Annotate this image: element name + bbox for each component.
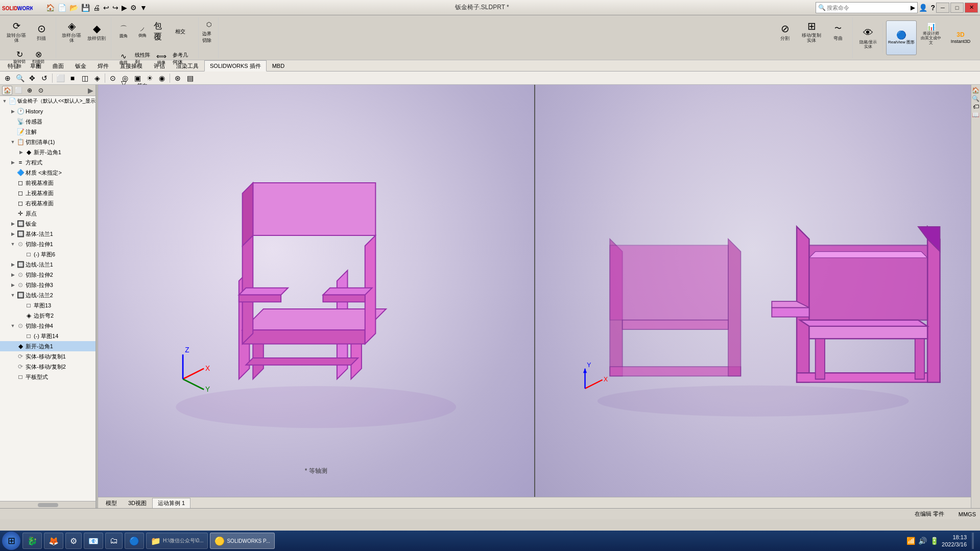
section-view-button[interactable]: ⊙ — [107, 73, 118, 83]
taskbar-btn-dragon[interactable]: 🐉 — [22, 533, 42, 549]
tree-item-edge-fold[interactable]: ◈ 边折弯2 — [0, 310, 95, 321]
new-icon[interactable]: 📄 — [57, 3, 67, 13]
minimize-button[interactable]: ─ — [936, 3, 949, 13]
tree-item-right-plane[interactable]: ◻ 右视基准面 — [0, 198, 95, 208]
tree-toggle-equation[interactable]: ▶ — [9, 159, 16, 166]
right-panel-home-icon[interactable]: 🏠 — [972, 87, 979, 94]
scrollbar-thumb[interactable] — [38, 503, 58, 507]
taskbar-btn-files[interactable]: 🗂 — [105, 533, 123, 549]
tree-item-sketch14[interactable]: □ (-) 草图14 — [0, 331, 95, 341]
pan-button[interactable]: ✥ — [27, 73, 38, 83]
tree-toggle-cutlist[interactable]: ▼ — [9, 138, 16, 146]
tree-item-cut-extrude1[interactable]: ▼ ⊙ 切除-拉伸1 — [0, 239, 95, 249]
tray-show-desktop-icon[interactable] — [972, 533, 974, 549]
taskbar-btn-folder[interactable]: 📁 H:\微信公众号\0... — [146, 533, 208, 549]
wireframe-button[interactable]: ⬜ — [55, 73, 66, 83]
tree-item-edge-flange2[interactable]: ▼ 🔲 边线-法兰2 — [0, 290, 95, 300]
search-bar[interactable]: 🔍 ▶ — [816, 2, 918, 13]
settings-icon[interactable]: ⚙ — [129, 3, 138, 13]
combine-button[interactable]: ⊞ 移动/复制 实体 — [799, 18, 824, 45]
panel-expand-button[interactable]: ▶ — [88, 86, 93, 94]
split-button[interactable]: ⊘ 分割 — [773, 18, 797, 45]
tree-item-root[interactable]: ▼ 📄 钣金椅子（默认人<<默认人>_显示状态 1>） — [0, 96, 95, 106]
taskbar-btn-browser[interactable]: 🦊 — [44, 533, 63, 549]
tree-item-flat-pattern[interactable]: □ 平板型式 — [0, 372, 95, 382]
panel-tab-dimxpert[interactable]: ⊙ — [36, 86, 46, 95]
zoom-fit-button[interactable]: ⊕ — [2, 73, 13, 83]
home-icon[interactable]: 🏠 — [45, 3, 56, 13]
tree-toggle-cut-extrude3[interactable]: ▶ — [9, 281, 16, 289]
tab-render[interactable]: 渲染工具 — [171, 60, 204, 71]
bottom-tab-model[interactable]: 模型 — [100, 498, 123, 508]
tree-item-annotation[interactable]: 📝 注解 — [0, 127, 95, 137]
loft-cut-button[interactable]: ◆ 放样切割 — [84, 18, 109, 45]
tree-toggle-cut-extrude1[interactable]: ▼ — [9, 241, 16, 248]
panel-tab-feature-tree[interactable]: 🏠 — [2, 86, 12, 95]
loft-base-button[interactable]: ◈ 放样台/基体 — [59, 18, 84, 45]
wrap-button[interactable]: 包覆 — [152, 18, 171, 45]
tray-network-icon[interactable]: 📶 — [906, 537, 915, 545]
tree-item-sketch13[interactable]: □ 草图13 — [0, 300, 95, 310]
boundary-cut-button[interactable]: 边界切除 — [202, 31, 216, 43]
left-panel-scrollbar[interactable] — [0, 501, 95, 508]
tree-toggle-sheetmetal[interactable]: ▶ — [9, 220, 16, 227]
chamfer-button[interactable]: ⟋ 倒角 — [133, 18, 152, 45]
taskbar-start-button[interactable]: ⊞ — [2, 532, 20, 550]
boundary-boss-button[interactable]: ⬡ — [202, 18, 216, 31]
bottom-tab-3dview[interactable]: 3D视图 — [123, 498, 152, 508]
appearance-button[interactable]: ◉ — [156, 73, 168, 83]
tree-item-origin[interactable]: ✛ 原点 — [0, 208, 95, 219]
tree-item-material[interactable]: 🔷 材质 <未指定> — [0, 167, 95, 178]
hide-show-button[interactable]: 👁 隐藏/显示 实体 — [856, 25, 880, 51]
tab-weldment[interactable]: 焊件 — [92, 60, 114, 71]
scene-button[interactable]: ▤ — [184, 73, 196, 83]
maximize-button[interactable]: □ — [950, 3, 964, 13]
tab-mbd[interactable]: MBD — [267, 60, 290, 71]
view-orientation-button[interactable]: ◎ — [119, 73, 131, 83]
design-study-button[interactable]: 📊 将设计师 由英文成中文 — [919, 20, 943, 47]
taskbar-btn-mail[interactable]: 📧 — [84, 533, 103, 549]
tab-evaluate[interactable]: 评估 — [148, 60, 171, 71]
redo-icon[interactable]: ↪ — [111, 3, 119, 13]
revolve-base-button[interactable]: ⟳ 旋转台/基体 — [4, 18, 29, 45]
tree-item-cutlist[interactable]: ▼ 📋 切割清单(1) — [0, 137, 95, 147]
print-icon[interactable]: 🖨 — [92, 3, 101, 13]
tree-item-sensor[interactable]: 📡 传感器 — [0, 116, 95, 127]
tab-direct-edit[interactable]: 直接操模 — [114, 60, 148, 71]
tree-item-cut-extrude4[interactable]: ▼ ⊙ 切除-拉伸4 — [0, 321, 95, 331]
display-style-button[interactable]: ▣ — [132, 73, 143, 83]
tree-item-newbend-cut[interactable]: ▶ ◆ 新开-边角1 — [0, 147, 95, 157]
taskbar-btn-app1[interactable]: 🔵 — [125, 533, 144, 549]
viewport-right[interactable]: X Y — [535, 85, 971, 497]
fillet-button[interactable]: ⌒ 圆角 — [114, 18, 133, 45]
tree-toggle-cut-extrude2[interactable]: ▶ — [9, 271, 16, 278]
panel-tab-property[interactable]: ⬜ — [13, 86, 23, 95]
tree-toggle-root[interactable]: ▼ — [1, 98, 8, 105]
user-icon[interactable]: 👤 — [918, 3, 928, 13]
right-panel-search-icon[interactable]: 🔍 — [972, 95, 979, 102]
shaded-button[interactable]: ■ — [67, 73, 78, 83]
intersect-button[interactable]: 相交 — [171, 18, 189, 45]
3d-magnify-button[interactable]: ⊛ — [172, 73, 183, 83]
tray-battery-icon[interactable]: 🔋 — [930, 537, 939, 545]
tree-item-solid-move1[interactable]: ⟳ 实体-移动/复制1 — [0, 351, 95, 362]
right-panel-tag-icon[interactable]: 🏷 — [972, 103, 979, 110]
taskbar-btn-settings2[interactable]: ⚙ — [65, 533, 82, 549]
save-icon[interactable]: 💾 — [80, 3, 91, 13]
tree-item-newbend1[interactable]: ◆ 新开-边角1 — [0, 341, 95, 351]
play-icon[interactable]: ▶ — [121, 3, 128, 13]
open-icon[interactable]: 📂 — [68, 3, 79, 13]
rotate-button[interactable]: ↺ — [39, 73, 50, 83]
tree-item-edge-flange1[interactable]: ▶ 🔲 边线-法兰1 — [0, 259, 95, 270]
realview-button[interactable]: 🔵 RealView 图形 — [886, 20, 917, 55]
tree-item-solid-move2[interactable]: ⟳ 实体-移动/复制2 — [0, 362, 95, 372]
tree-item-front-plane[interactable]: ◻ 前视基准面 — [0, 178, 95, 188]
tree-toggle-newbend-cut[interactable]: ▶ — [17, 149, 25, 156]
panel-tab-config[interactable]: ⊕ — [25, 86, 35, 95]
tree-item-history[interactable]: ▶ 🕐 History — [0, 106, 95, 116]
lights-button[interactable]: ☀ — [144, 73, 155, 83]
perspective-button[interactable]: ◈ — [91, 73, 103, 83]
tab-features[interactable]: 特征 — [2, 60, 25, 71]
tree-item-base-flange[interactable]: ▶ 🔲 基体-法兰1 — [0, 229, 95, 239]
viewport-left[interactable]: X Y Z * 等轴测 — [98, 85, 535, 497]
